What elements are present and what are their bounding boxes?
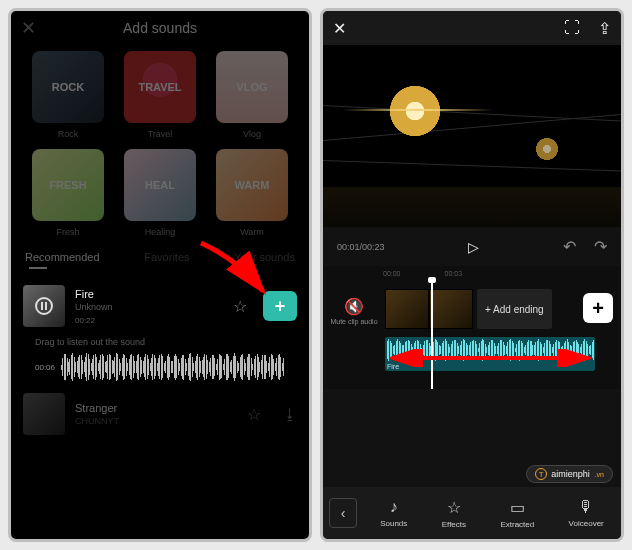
speaker-mute-icon: 🔇 [329,297,379,316]
tab-recommended[interactable]: Recommended [25,251,100,263]
mute-clip-label: Mute clip audio [329,318,379,326]
waveform[interactable] [61,353,285,381]
download-icon[interactable]: ⭳ [283,406,297,422]
music-note-icon: ♪ [390,498,398,516]
ruler-mark: 00:03 [445,270,463,277]
track-fire-artist: Unknown [75,302,223,312]
category-warm[interactable]: WARM Warm [211,149,293,237]
drag-hint: Drag to listen out the sound [23,333,297,347]
track-stranger-cover [23,393,65,435]
ruler-mark: 00:00 [383,270,401,277]
category-fresh-label: Fresh [56,227,79,237]
track-stranger-artist: CHUNNYT [75,416,237,426]
category-vlog-cover: VLOG [216,51,288,123]
tool-sounds[interactable]: ♪ Sounds [380,498,407,529]
track-list: Fire Unknown 00:22 ☆ + Drag to listen ou… [11,269,309,441]
category-travel[interactable]: TRAVEL Travel [119,51,201,139]
watermark-text: aimienphi [551,469,590,479]
tool-voiceover[interactable]: 🎙 Voiceover [569,498,604,529]
waveform-time: 00:06 [35,363,55,372]
mute-clip-audio-button[interactable]: 🔇 Mute clip audio [329,297,379,326]
page-title: Add sounds [123,20,197,36]
tool-effects[interactable]: ☆ Effects [442,498,466,529]
track-stranger[interactable]: Stranger CHUNNYT ☆ ⭳ [23,387,297,441]
category-healing[interactable]: HEAL Healing [119,149,201,237]
tools: ♪ Sounds ☆ Effects ▭ Extracted 🎙 Voiceov… [363,498,621,529]
category-vlog[interactable]: VLOG Vlog [211,51,293,139]
track-fire-name: Fire [75,288,223,300]
add-ending-button[interactable]: + Add ending [477,289,552,329]
preview-lamp [533,135,561,163]
preview-ground [323,187,621,227]
dimmed-track-stranger: Stranger CHUNNYT ☆ ⭳ [23,387,297,441]
playback-time: 00:01/00:23 [337,242,385,252]
tabs: Recommended Favorites Your sounds [11,237,309,263]
preview-wire [323,105,621,123]
track-stranger-name: Stranger [75,402,237,414]
timeline-ruler: 00:00 00:03 [323,266,621,279]
category-rock[interactable]: ROCK Rock [27,51,109,139]
category-grid: ROCK Rock TRAVEL Travel VLOG Vlog FRESH … [11,45,309,237]
bottom-toolbar: ‹ ♪ Sounds ☆ Effects ▭ Extracted 🎙 Voice… [323,487,621,539]
close-icon[interactable]: ✕ [333,19,346,38]
track-fire-cover [23,285,65,327]
close-icon[interactable]: ✕ [21,17,36,39]
category-travel-label: Travel [148,129,173,139]
video-editor-screen: ✕ ⛶ ⇪ 00:01/00:23 ▷ ↶ ↷ 00:00 00:03 🔇 Mu… [320,8,624,542]
watermark: T aimienphi .vn [526,465,613,483]
category-fresh[interactable]: FRESH Fresh [27,149,109,237]
watermark-suffix: .vn [595,471,604,478]
export-icon[interactable]: ⇪ [598,19,611,38]
tool-effects-label: Effects [442,520,466,529]
category-healing-label: Healing [145,227,176,237]
waveform-row[interactable]: 00:06 [23,347,297,387]
favorite-star-icon[interactable]: ☆ [233,297,247,316]
playhead[interactable] [431,279,433,389]
pause-icon[interactable] [35,297,53,315]
category-warm-cover: WARM [216,149,288,221]
video-preview[interactable] [323,45,621,227]
add-ending-label: + Add ending [485,304,544,315]
favorite-star-icon[interactable]: ☆ [247,405,261,424]
video-thumb [429,289,473,329]
header: ✕ Add sounds [11,11,309,45]
star-icon: ☆ [447,498,461,517]
track-fire-meta: Fire Unknown 00:22 [75,288,223,325]
tool-voiceover-label: Voiceover [569,519,604,528]
category-healing-cover: HEAL [124,149,196,221]
add-sounds-screen: ✕ Add sounds ROCK Rock TRAVEL Travel VLO… [8,8,312,542]
folder-icon: ▭ [510,498,525,517]
fullscreen-icon[interactable]: ⛶ [564,19,580,37]
undo-icon[interactable]: ↶ [563,237,576,256]
category-travel-cover: TRAVEL [124,51,196,123]
preview-flare [343,109,493,111]
track-fire-duration: 00:22 [75,316,223,325]
instruction-double-arrow-icon [389,349,599,371]
category-fresh-cover: FRESH [32,149,104,221]
playback-buttons: ↶ ↷ [563,237,607,256]
category-vlog-label: Vlog [243,129,261,139]
redo-icon[interactable]: ↷ [594,237,607,256]
category-rock-cover: ROCK [32,51,104,123]
tab-favorites[interactable]: Favorites [144,251,189,263]
tool-sounds-label: Sounds [380,519,407,528]
tool-extracted[interactable]: ▭ Extracted [500,498,534,529]
preview-lamp [383,79,447,143]
back-button[interactable]: ‹ [329,498,357,528]
category-rock-label: Rock [58,129,79,139]
track-stranger-meta: Stranger CHUNNYT [75,402,237,426]
add-track-button[interactable]: + [263,291,297,321]
timeline[interactable]: 🔇 Mute clip audio + Add ending + Fire [323,279,621,389]
tab-your-sounds[interactable]: Your sounds [234,251,295,263]
playback-bar: 00:01/00:23 ▷ ↶ ↷ [323,227,621,266]
preview-wire [323,160,621,172]
video-track[interactable] [385,289,473,329]
editor-top-bar: ✕ ⛶ ⇪ [323,11,621,45]
category-warm-label: Warm [240,227,264,237]
add-clip-button[interactable]: + [583,293,613,323]
play-icon[interactable]: ▷ [468,239,479,255]
dimmed-content: ✕ Add sounds ROCK Rock TRAVEL Travel VLO… [11,11,309,269]
tool-extracted-label: Extracted [500,520,534,529]
track-fire[interactable]: Fire Unknown 00:22 ☆ + [23,279,297,333]
watermark-pill: T aimienphi .vn [526,465,613,483]
